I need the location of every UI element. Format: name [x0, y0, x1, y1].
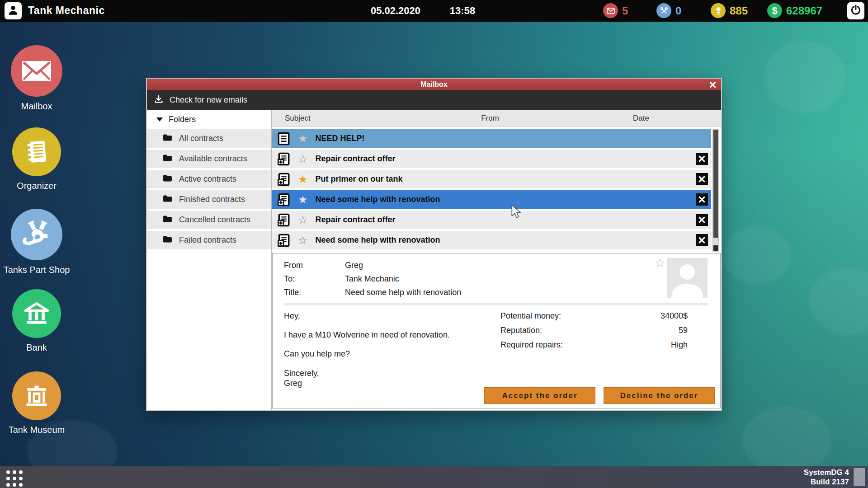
- museum-icon: [12, 371, 61, 420]
- delete-email-button[interactable]: [696, 234, 708, 246]
- time-display: 13:58: [447, 5, 478, 17]
- date-display: 05.02.2020: [368, 5, 424, 17]
- folder-active-contracts[interactable]: Active contracts: [147, 170, 271, 188]
- email-row[interactable]: Repair contract offer: [272, 211, 711, 229]
- desktop-icon-label: Mailbox: [0, 101, 80, 112]
- stat-required-repairs: Required repairs: High: [500, 340, 688, 350]
- chevron-down-icon: [156, 117, 163, 122]
- delete-email-button[interactable]: [696, 214, 708, 226]
- email-body: Hey, I have a M10 Wolverine in need of r…: [284, 311, 450, 388]
- email-row[interactable]: Put primer on our tank: [272, 170, 711, 188]
- window-title: Mailbox: [420, 80, 448, 89]
- desktop-icon-mailbox[interactable]: Mailbox: [0, 45, 80, 112]
- person-icon: [7, 4, 19, 18]
- document-icon: [278, 131, 291, 146]
- system-name: SystemDG 4: [804, 468, 849, 477]
- desktop-icon-tank-museum[interactable]: Tank Museum: [0, 371, 80, 435]
- star-icon[interactable]: [298, 133, 308, 144]
- desktop-icon-label: Tank Museum: [0, 425, 80, 435]
- repairs-count-badge: 0: [656, 3, 681, 18]
- decline-order-button[interactable]: Decline the order: [604, 387, 715, 404]
- star-icon[interactable]: [298, 174, 308, 185]
- system-info: SystemDG 4 Build 2137: [804, 468, 849, 487]
- detail-to-row: To: Tank Mechanic: [284, 274, 399, 284]
- star-icon[interactable]: [298, 194, 308, 205]
- email-list-header: Subject From Date: [272, 110, 721, 127]
- desktop-icon-label: Organizer: [0, 181, 80, 191]
- power-icon: [850, 5, 861, 17]
- build-number: Build 2137: [804, 477, 849, 487]
- folders-header[interactable]: Folders: [147, 110, 271, 129]
- detail-from-value: Greg: [345, 261, 363, 270]
- star-icon[interactable]: [298, 215, 308, 225]
- folder-available-contracts[interactable]: Available contracts: [147, 150, 271, 168]
- list-scrollbar[interactable]: [712, 129, 719, 252]
- star-icon[interactable]: [298, 235, 308, 246]
- stat-value: High: [671, 340, 688, 350]
- background-blob: [809, 267, 868, 334]
- delete-email-button[interactable]: [696, 193, 708, 206]
- folder-icon: [163, 195, 172, 204]
- email-subject: Repair contract offer: [316, 154, 396, 164]
- folder-icon: [163, 134, 172, 143]
- scrollbar-thumb[interactable]: [713, 130, 718, 238]
- top-status-bar: Tank Mechanic 05.02.2020 13:58 5 0 885 $…: [0, 0, 868, 22]
- check-for-new-emails-button[interactable]: Check for new emails: [170, 95, 247, 105]
- window-body: Folders All contracts Available contract…: [147, 110, 721, 410]
- mail-toolbar[interactable]: Check for new emails: [147, 90, 721, 110]
- rank-points-badge: 885: [711, 3, 748, 18]
- email-subject: NEED HELP!: [316, 134, 365, 143]
- desktop-icon-tanks-part-shop[interactable]: Tanks Part Shop: [0, 209, 80, 275]
- mailbox-envelope-icon: [11, 45, 62, 97]
- accept-order-button[interactable]: Accept the order: [484, 387, 595, 404]
- sender-avatar: [667, 258, 708, 298]
- tools-icon: [656, 3, 671, 18]
- folder-all-contracts[interactable]: All contracts: [147, 129, 271, 148]
- rank-points: 885: [730, 5, 748, 17]
- folders-panel: Folders All contracts Available contract…: [147, 110, 272, 410]
- money-badge: $ 628967: [767, 3, 822, 18]
- folder-icon: [163, 154, 172, 164]
- email-subject: Need some help with renovation: [316, 235, 440, 245]
- app-grid-icon[interactable]: [6, 470, 23, 487]
- contract-add-icon: [278, 172, 291, 187]
- detail-to-value: Tank Mechanic: [345, 274, 399, 283]
- column-from[interactable]: From: [481, 114, 499, 123]
- show-desktop-button[interactable]: [854, 468, 865, 486]
- scrollbar-end: [713, 245, 718, 251]
- email-row-selected[interactable]: Need some help with renovation: [272, 190, 711, 209]
- envelope-icon: [603, 3, 618, 18]
- stat-reputation: Reputation: 59: [500, 326, 688, 335]
- detail-from-row: From Greg: [284, 261, 363, 270]
- email-subject: Need some help with renovation: [316, 195, 440, 204]
- column-date[interactable]: Date: [633, 114, 649, 123]
- detail-title-row: Title: Need some help with renovation: [284, 288, 461, 297]
- email-row[interactable]: Need some help with renovation: [272, 231, 711, 249]
- wrench-parts-icon: [11, 209, 62, 260]
- email-detail-pane: From Greg To: Tank Mechanic Title: Need …: [272, 253, 721, 408]
- mail-pane: Subject From Date NEED HELP!: [272, 110, 721, 410]
- desktop-icon-bank[interactable]: Bank: [0, 289, 80, 353]
- star-icon[interactable]: [298, 154, 308, 164]
- folder-cancelled-contracts[interactable]: Cancelled contracts: [147, 211, 271, 229]
- folder-finished-contracts[interactable]: Finished contracts: [147, 190, 271, 209]
- stat-potential-money: Potential money: 34000$: [500, 311, 688, 321]
- background-blob: [723, 226, 791, 285]
- notebook-icon: [12, 127, 61, 176]
- folder-failed-contracts[interactable]: Failed contracts: [147, 231, 271, 249]
- folder-icon: [163, 235, 172, 245]
- email-row[interactable]: NEED HELP!: [272, 129, 711, 148]
- profile-button[interactable]: [5, 2, 22, 19]
- star-icon[interactable]: ☆: [655, 256, 665, 270]
- desktop-icon-label: Bank: [0, 343, 80, 353]
- dollar-icon: $: [767, 3, 782, 18]
- email-row[interactable]: Repair contract offer: [272, 150, 711, 168]
- desktop-icon-organizer[interactable]: Organizer: [0, 127, 80, 191]
- folder-icon: [163, 215, 172, 225]
- window-close-button[interactable]: [708, 80, 717, 89]
- column-subject[interactable]: Subject: [285, 114, 311, 123]
- delete-email-button[interactable]: [696, 173, 708, 185]
- contract-add-icon: [278, 152, 291, 166]
- power-button[interactable]: [847, 2, 864, 19]
- delete-email-button[interactable]: [696, 153, 708, 165]
